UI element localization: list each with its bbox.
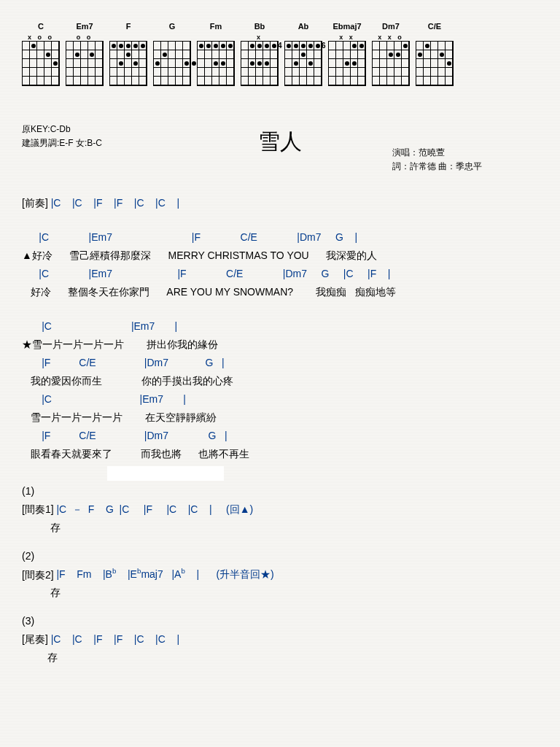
interlude-1: [間奏1] |C － F G |C |F |C |C | (回▲) bbox=[22, 502, 538, 517]
chord-name: Dm7 bbox=[382, 22, 400, 32]
finger-dot bbox=[294, 44, 298, 48]
finger-dot bbox=[396, 53, 400, 57]
finger-dot bbox=[126, 44, 131, 48]
chord-diagram-Bb: Bbx bbox=[241, 22, 279, 86]
finger-dot bbox=[440, 53, 444, 57]
interlude-2: [間奏2] |F Fm |Bb |Ebmaj7 |Ab | (升半音回★) bbox=[22, 567, 538, 583]
finger-dot bbox=[214, 44, 218, 48]
chord-name: Fm bbox=[210, 22, 222, 32]
finger-dot bbox=[352, 61, 357, 66]
chord-grid: 6 bbox=[328, 41, 366, 86]
finger-dot bbox=[301, 44, 306, 48]
chorus-chords-3: |C |Em7 | bbox=[22, 392, 538, 407]
finger-dot bbox=[250, 61, 254, 66]
finger-dot bbox=[308, 61, 313, 66]
chord-nut-marks: x bbox=[257, 34, 262, 41]
interlude-1-cun: 存 bbox=[22, 520, 538, 535]
intro-chords: |C |C |F |F |C |C | bbox=[48, 197, 179, 209]
chord-diagram-C: Cx o o bbox=[22, 22, 60, 86]
finger-dot bbox=[221, 61, 225, 66]
chord-name: Ebmaj7 bbox=[332, 22, 361, 32]
repeat-2-num: (2) bbox=[22, 549, 538, 564]
finger-dot bbox=[119, 61, 123, 66]
finger-dot bbox=[257, 44, 262, 48]
key-info: 原KEY:C-Db 建議男調:E-F 女:B-C bbox=[22, 123, 168, 150]
chord-grid bbox=[241, 41, 279, 86]
chord-grid bbox=[22, 41, 60, 86]
verse-chords-1: |C |Em7 |F C/E |Dm7 G | bbox=[22, 230, 538, 245]
finger-dot bbox=[31, 44, 36, 48]
chord-grid bbox=[197, 41, 235, 86]
chord-name: G bbox=[169, 22, 176, 32]
interlude-1-label: [間奏1] bbox=[22, 503, 54, 515]
chord-diagram-Dm7: Dm7x x o bbox=[372, 22, 410, 86]
chord-diagram-C-E: C/E bbox=[416, 22, 454, 86]
chord-diagram-Fm: Fm bbox=[197, 22, 235, 86]
finger-dot bbox=[308, 44, 313, 48]
finger-dot bbox=[214, 61, 218, 66]
finger-dot bbox=[133, 61, 138, 66]
finger-dot bbox=[352, 44, 357, 48]
singer-credit: 演唱：范曉萱 bbox=[392, 146, 538, 160]
finger-dot bbox=[425, 44, 429, 48]
chorus-chords-4: |F C/E |Dm7 G | bbox=[22, 428, 538, 444]
chord-grid bbox=[109, 41, 147, 86]
chord-grid: 4 bbox=[284, 41, 322, 86]
finger-dot bbox=[447, 61, 451, 66]
chord-nut-marks: o o bbox=[77, 34, 93, 41]
song-title: 雪人 bbox=[168, 123, 392, 157]
chord-name: Em7 bbox=[76, 22, 93, 32]
chord-diagram-Em7: Em7o o bbox=[66, 22, 104, 86]
chorus-lyric-1: ★雪一片一片一片一片 拼出你我的緣份 bbox=[22, 337, 538, 352]
finger-dot bbox=[163, 53, 167, 57]
finger-dot bbox=[53, 61, 58, 66]
finger-dot bbox=[192, 61, 196, 66]
chord-grid bbox=[372, 41, 410, 86]
chorus-lyric-2: 我的愛因你而生 你的手摸出我的心疼 bbox=[22, 374, 538, 389]
chord-name: C bbox=[38, 22, 44, 32]
finger-dot bbox=[359, 44, 364, 48]
chord-name: F bbox=[126, 22, 131, 32]
interlude-2-chords: |F Fm |Bb |Ebmaj7 |Ab | (升半音回★) bbox=[54, 568, 274, 580]
finger-dot bbox=[119, 44, 123, 48]
finger-dot bbox=[133, 44, 138, 48]
chord-name: C/E bbox=[428, 22, 441, 32]
chord-grid bbox=[66, 41, 104, 86]
finger-dot bbox=[257, 61, 262, 66]
fret-number: 6 bbox=[322, 42, 326, 50]
verse-chords-2: |C |Em7 |F C/E |Dm7 G |C |F | bbox=[22, 266, 538, 282]
verse-lyric-2: 好冷 整個冬天在你家門 ARE YOU MY SNOWMAN? 我痴痴 痴痴地等 bbox=[22, 285, 538, 300]
finger-dot bbox=[265, 44, 269, 48]
chorus-chords-1: |C |Em7 | bbox=[22, 319, 538, 334]
finger-dot bbox=[112, 44, 116, 48]
interlude-2-cun: 存 bbox=[22, 585, 538, 600]
finger-dot bbox=[184, 61, 189, 66]
interlude-2-label: [間奏2] bbox=[22, 568, 54, 580]
finger-dot bbox=[155, 61, 160, 66]
chorus-chords-2: |F C/E |Dm7 G | bbox=[22, 355, 538, 371]
chord-nut-marks: x o o bbox=[28, 34, 54, 41]
finger-dot bbox=[75, 53, 79, 57]
finger-dot bbox=[301, 53, 306, 57]
finger-dot bbox=[316, 44, 320, 48]
suggested-key: 建議男調:E-F 女:B-C bbox=[22, 136, 168, 150]
finger-dot bbox=[250, 44, 254, 48]
outro-chords: |C |C |F |F |C |C | bbox=[48, 633, 179, 645]
fret-number: 4 bbox=[278, 42, 282, 50]
finger-dot bbox=[389, 53, 393, 57]
finger-dot bbox=[199, 44, 203, 48]
credits: 演唱：范曉萱 詞：許常德 曲：季忠平 bbox=[392, 123, 538, 174]
chord-name: Ab bbox=[298, 22, 309, 32]
chorus-lyric-4: 眼看春天就要來了 而我也將 也將不再生 bbox=[22, 446, 538, 462]
whitespace-blank bbox=[22, 465, 538, 480]
verse-lyric-1: ▲好冷 雪己經積得那麼深 MERRY CHRISTMAS TO YOU 我深愛的… bbox=[22, 248, 538, 263]
outro-cun: 存 bbox=[22, 650, 538, 665]
finger-dot bbox=[418, 53, 422, 57]
finger-dot bbox=[228, 44, 233, 48]
chord-diagram-F: F bbox=[109, 22, 147, 86]
finger-dot bbox=[141, 44, 145, 48]
chord-nut-marks: x x o bbox=[378, 34, 404, 41]
chord-grid bbox=[153, 41, 191, 86]
intro-label: [前奏] bbox=[22, 197, 48, 209]
chord-diagrams-row: Cx o oEm7o oFGFmBbxAb4Ebmaj7x x6Dm7x x o… bbox=[22, 22, 538, 86]
